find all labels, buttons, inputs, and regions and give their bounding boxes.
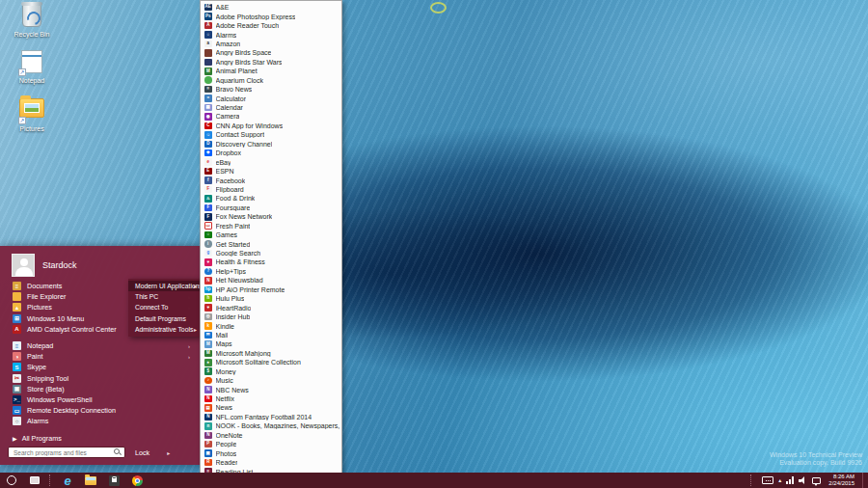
app-menu-item[interactable]: RReader bbox=[201, 458, 341, 467]
start-menu-item-snipping-tool[interactable]: ✂Snipping Tool bbox=[0, 373, 200, 384]
app-menu-item-label: Angry Birds Star Wars bbox=[216, 59, 283, 66]
start-menu-item-label: Documents bbox=[27, 282, 62, 290]
taskbar-clock[interactable]: 8:26 AM 2/24/2015 bbox=[825, 474, 858, 487]
netflix-icon: N bbox=[204, 395, 212, 403]
app-menu-item[interactable]: hHulu Plus bbox=[201, 294, 341, 303]
app-menu-item-label: Discovery Channel bbox=[216, 141, 273, 148]
app-menu-item[interactable]: PPeople bbox=[201, 440, 341, 448]
app-menu-item[interactable]: AEA&E bbox=[201, 3, 341, 12]
show-desktop-button[interactable] bbox=[862, 473, 866, 488]
watermark-line2: Evaluation copy. Build 9926 bbox=[770, 459, 862, 467]
app-menu-item[interactable]: ♥iHeartRadio bbox=[201, 303, 341, 312]
desktop-icon-notepad[interactable]: ↗Notepad bbox=[4, 50, 60, 84]
app-menu-item-label: Microsoft Mahjong bbox=[216, 350, 271, 357]
volume-icon[interactable] bbox=[799, 476, 807, 484]
chrome-button[interactable] bbox=[125, 473, 149, 488]
app-menu-item[interactable]: ✉Mail bbox=[201, 331, 341, 339]
start-menu-item-store-beta-[interactable]: ▣Store (Beta) bbox=[0, 384, 200, 394]
app-menu-item[interactable]: eeBay bbox=[201, 157, 341, 166]
app-menu-item[interactable]: DDiscovery Channel bbox=[201, 140, 341, 149]
app-menu-item[interactable]: PsAdobe Photoshop Express bbox=[201, 12, 341, 20]
app-menu-item[interactable]: ☺Contact Support bbox=[201, 130, 341, 139]
app-menu-item[interactable]: EESPN bbox=[201, 167, 341, 176]
all-programs-button[interactable]: ▶ All Programs bbox=[0, 431, 200, 445]
flyout-item-this-pc[interactable]: This PC bbox=[128, 291, 200, 302]
app-menu-item[interactable]: Angry Birds Space bbox=[201, 48, 341, 57]
app-menu-item[interactable]: AAdobe Reader Touch bbox=[201, 21, 341, 30]
app-menu-item[interactable]: FFlipboard bbox=[201, 185, 341, 194]
touch-keyboard-icon[interactable] bbox=[762, 476, 773, 484]
start-menu-item-windows-powershell[interactable]: >_Windows PowerShell bbox=[0, 394, 200, 405]
app-menu-item-label: HP AiO Printer Remote bbox=[216, 286, 285, 293]
flyout-item-default-programs[interactable]: Default Programs bbox=[128, 313, 200, 324]
app-menu-item[interactable]: ▦Calendar bbox=[201, 103, 341, 112]
app-menu-item[interactable]: fFacebook bbox=[201, 176, 341, 184]
app-menu-item[interactable]: ?Help+Tips bbox=[201, 267, 341, 276]
app-menu-item[interactable]: =Calculator bbox=[201, 94, 341, 102]
app-menu-item[interactable]: ♨Food & Drink bbox=[201, 194, 341, 203]
show-hidden-icons[interactable]: ▴ bbox=[778, 477, 781, 483]
documents-icon: ≡ bbox=[13, 282, 21, 290]
search-icon[interactable] bbox=[114, 448, 122, 456]
file-explorer-button[interactable] bbox=[79, 473, 102, 488]
flyout-item-modern-ui-applications[interactable]: Modern UI Applications▸ bbox=[128, 281, 200, 291]
app-menu-item-label: A&E bbox=[216, 4, 230, 11]
app-menu-item[interactable]: ▭Fresh Paint bbox=[201, 222, 341, 230]
desktop-icon-pictures[interactable]: ↗Pictures bbox=[4, 95, 60, 132]
start-menu-item-notepad[interactable]: ≡Notepad› bbox=[0, 340, 200, 351]
fresh-paint-icon: ▭ bbox=[204, 222, 212, 230]
app-menu-item[interactable]: ♠Microsoft Solitaire Collection bbox=[201, 358, 341, 366]
start-menu-item-alarms[interactable]: ○Alarms bbox=[0, 416, 200, 426]
app-menu-item[interactable]: aAmazon bbox=[201, 40, 341, 48]
app-menu-item[interactable]: MMicrosoft Mahjong bbox=[201, 349, 341, 358]
lock-button[interactable]: Lock bbox=[135, 448, 149, 457]
search-input[interactable] bbox=[14, 449, 114, 456]
app-menu-item[interactable]: ▣Photos bbox=[201, 448, 341, 457]
start-button[interactable] bbox=[0, 473, 23, 488]
app-menu-item[interactable]: Aquarium Clock bbox=[201, 76, 341, 85]
app-menu-item[interactable]: hpHP AiO Printer Remote bbox=[201, 285, 341, 294]
search-box[interactable] bbox=[8, 447, 125, 458]
app-menu-item[interactable]: MMaps bbox=[201, 339, 341, 348]
app-menu-item[interactable]: ≡Bravo News bbox=[201, 85, 341, 94]
app-menu-item[interactable]: Angry Birds Star Wars bbox=[201, 58, 341, 67]
hp-printer-icon: hp bbox=[204, 286, 212, 294]
app-menu-item[interactable]: iGet Started bbox=[201, 239, 341, 248]
desktop-icon-recycle-bin[interactable]: Recycle Bin bbox=[4, 4, 60, 38]
lock-options-arrow-icon[interactable]: ▸ bbox=[167, 449, 170, 456]
store-button[interactable] bbox=[102, 473, 125, 488]
app-menu-item[interactable]: ○Games bbox=[201, 230, 341, 239]
app-menu-item[interactable]: ◈Dropbox bbox=[201, 149, 341, 157]
start-menu-item-skype[interactable]: SSkype bbox=[0, 362, 200, 372]
app-menu-item[interactable]: $Money bbox=[201, 367, 341, 376]
start-menu-item-label: Windows PowerShell bbox=[27, 395, 93, 404]
app-menu-item[interactable]: gGoogle Search bbox=[201, 249, 341, 258]
internet-explorer-button[interactable]: e bbox=[56, 473, 79, 488]
task-view-button[interactable] bbox=[23, 473, 46, 488]
app-menu-item[interactable]: FFox News Network bbox=[201, 212, 341, 221]
flyout-item-connect-to[interactable]: Connect To bbox=[128, 302, 200, 312]
app-menu-item[interactable]: NNBC News bbox=[201, 385, 341, 393]
app-menu-item[interactable]: NOneNote bbox=[201, 431, 341, 440]
app-menu-item[interactable]: ○Alarms bbox=[201, 30, 341, 39]
start-menu-item-remote-desktop-connection[interactable]: ▭Remote Desktop Connection bbox=[0, 405, 200, 416]
app-menu-item[interactable]: NNetflix bbox=[201, 394, 341, 403]
app-menu-item[interactable]: FFoursquare bbox=[201, 203, 341, 212]
app-menu-item[interactable]: NHet Nieuwsblad bbox=[201, 276, 341, 285]
flyout-item-administrative-tools[interactable]: Administrative Tools▸ bbox=[128, 324, 200, 335]
app-menu-item[interactable]: kKindle bbox=[201, 321, 341, 330]
network-icon[interactable] bbox=[786, 476, 794, 484]
app-menu-item[interactable]: MAnimal Planet bbox=[201, 67, 341, 75]
action-center-icon[interactable] bbox=[812, 477, 821, 484]
app-menu-item[interactable]: ▤News bbox=[201, 403, 341, 412]
user-avatar[interactable] bbox=[12, 254, 35, 277]
app-menu-item[interactable]: nNOOK - Books, Magazines, Newspapers, Co… bbox=[201, 421, 341, 430]
start-menu-item-paint[interactable]: ◑Paint› bbox=[0, 351, 200, 362]
app-menu-item[interactable]: ◉Camera bbox=[201, 112, 341, 121]
app-menu-item[interactable]: ♪Music bbox=[201, 376, 341, 385]
app-menu-item-label: Alarms bbox=[216, 32, 237, 39]
app-menu-item[interactable]: ♥Health & Fitness bbox=[201, 258, 341, 266]
app-menu-item[interactable]: ◎Insider Hub bbox=[201, 312, 341, 321]
app-menu-item[interactable]: NNFL.com Fantasy Football 2014 bbox=[201, 413, 341, 421]
app-menu-item[interactable]: CCNN App for Windows bbox=[201, 122, 341, 130]
